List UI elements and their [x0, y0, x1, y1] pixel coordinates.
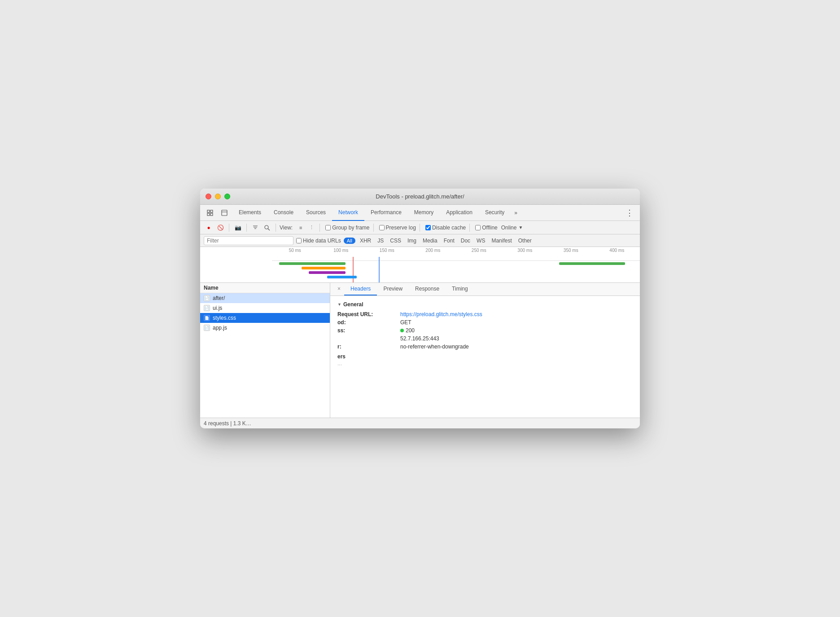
tab-more[interactable]: »: [511, 210, 521, 216]
online-label: Online: [501, 225, 517, 231]
request-url-val: https://preload.glitch.me/styles.css: [400, 311, 482, 317]
detail-panel: × Headers Preview Response Timing Genera…: [330, 283, 640, 418]
svg-rect-3: [210, 213, 213, 216]
minimize-button[interactable]: [215, 194, 221, 199]
filter-font[interactable]: Font: [442, 238, 456, 244]
ruler-150ms: 150 ms: [364, 248, 410, 253]
filter-all[interactable]: All: [344, 238, 355, 244]
tab-security[interactable]: Security: [479, 205, 511, 221]
tab-memory[interactable]: Memory: [408, 205, 440, 221]
tab-network[interactable]: Network: [332, 205, 364, 221]
status-dot: [400, 329, 404, 332]
headers-ellipsis: ···: [337, 361, 633, 368]
close-button[interactable]: [206, 194, 211, 199]
group-by-frame-checkbox[interactable]: [325, 225, 331, 230]
dock-icon[interactable]: [218, 207, 231, 219]
filter-media[interactable]: Media: [421, 238, 439, 244]
file-item-appjs[interactable]: 📄 app.js: [200, 323, 330, 333]
file-item-uijs[interactable]: 📄 ui.js: [200, 303, 330, 313]
view-label: View:: [280, 225, 293, 231]
ruler-400ms: 400 ms: [594, 248, 640, 253]
camera-button[interactable]: 📷: [233, 223, 243, 233]
detail-tab-timing[interactable]: Timing: [446, 283, 474, 295]
referrer-row: r: no-referrer-when-downgrade: [337, 344, 633, 350]
file-icon-after: 📄: [204, 295, 210, 301]
address-key: [337, 335, 400, 342]
status-text: 4 requests | 1.3 K…: [204, 420, 251, 427]
tab-performance[interactable]: Performance: [364, 205, 408, 221]
main-content: Name 📄 after/ 📄 ui.js 📄 styles.css 📄 app…: [200, 283, 640, 418]
toolbar-separator-2: [246, 224, 247, 232]
filter-img[interactable]: Img: [406, 238, 418, 244]
timeline-ruler: 50 ms 100 ms 150 ms 200 ms 250 ms 300 ms…: [200, 247, 640, 253]
view-compact-button[interactable]: ⋮: [307, 223, 316, 232]
ruler-350ms: 350 ms: [548, 248, 594, 253]
preserve-log-checkbox[interactable]: [379, 225, 385, 230]
devtools-tab-bar: Elements Console Sources Network Perform…: [200, 205, 640, 221]
record-button[interactable]: ●: [204, 223, 214, 233]
devtools-menu-button[interactable]: ⋮: [623, 208, 636, 218]
hide-data-urls-checkbox[interactable]: [296, 238, 302, 243]
offline-checkbox-group: Offline: [475, 225, 497, 231]
file-icon-uijs: 📄: [204, 305, 210, 311]
ruler-100ms: 100 ms: [318, 248, 364, 253]
filter-manifest[interactable]: Manifest: [490, 238, 513, 244]
network-toolbar: ● 🚫 📷 View: ≡ ⋮ Group by frame: [200, 221, 640, 234]
detail-tab-response[interactable]: Response: [409, 283, 446, 295]
svg-rect-4: [222, 210, 227, 216]
group-by-frame-checkbox-group: Group by frame: [325, 225, 369, 231]
detail-tab-preview[interactable]: Preview: [377, 283, 409, 295]
method-val: GET: [400, 319, 411, 326]
filter-ws[interactable]: WS: [475, 238, 487, 244]
address-row: 52.7.166.25:443: [337, 335, 633, 342]
svg-line-10: [268, 229, 270, 230]
tab-console[interactable]: Console: [267, 205, 300, 221]
clear-button[interactable]: 🚫: [215, 223, 225, 233]
general-section-header: General: [337, 301, 633, 308]
online-dropdown-icon[interactable]: ▼: [518, 225, 523, 230]
file-name-after: after/: [213, 295, 225, 301]
offline-label: Offline: [482, 225, 497, 231]
detail-tab-headers[interactable]: Headers: [344, 283, 377, 295]
filter-css[interactable]: CSS: [388, 238, 403, 244]
tab-application[interactable]: Application: [440, 205, 479, 221]
toolbar-separator-6: [420, 224, 420, 232]
inspect-icon[interactable]: [204, 207, 216, 219]
svg-point-9: [265, 225, 268, 229]
preserve-log-checkbox-group: Preserve log: [379, 225, 416, 231]
status-row: ss: 200: [337, 327, 633, 334]
file-name-uijs: ui.js: [213, 305, 222, 311]
maximize-button[interactable]: [224, 194, 230, 199]
search-button[interactable]: [262, 223, 272, 233]
filter-xhr[interactable]: XHR: [358, 238, 373, 244]
request-url-row: Request URL: https://preload.glitch.me/s…: [337, 311, 633, 317]
status-bar: 4 requests | 1.3 K…: [200, 418, 640, 428]
filter-bar: Hide data URLs All XHR JS CSS Img Media …: [200, 234, 640, 247]
file-icon-appjs: 📄: [204, 325, 210, 331]
filter-input[interactable]: [204, 236, 293, 245]
tab-elements[interactable]: Elements: [232, 205, 267, 221]
filter-other[interactable]: Other: [516, 238, 534, 244]
file-item-stylescss[interactable]: 📄 styles.css: [200, 313, 330, 323]
detail-content: General Request URL: https://preload.gli…: [330, 296, 640, 418]
tab-sources[interactable]: Sources: [300, 205, 332, 221]
offline-checkbox[interactable]: [475, 225, 481, 230]
filter-js[interactable]: JS: [376, 238, 385, 244]
traffic-lights: [206, 194, 230, 199]
file-item-after[interactable]: 📄 after/: [200, 293, 330, 303]
toolbar-separator-7: [469, 224, 470, 232]
referrer-val: no-referrer-when-downgrade: [400, 344, 469, 350]
file-list: Name 📄 after/ 📄 ui.js 📄 styles.css 📄 app…: [200, 283, 330, 418]
status-val: 200: [400, 327, 415, 334]
ruler-200ms: 200 ms: [410, 248, 456, 253]
toolbar-separator-3: [276, 224, 276, 232]
detail-close-button[interactable]: ×: [334, 283, 344, 295]
view-table-button[interactable]: ≡: [296, 223, 305, 232]
ruler-250ms: 250 ms: [456, 248, 502, 253]
disable-cache-checkbox[interactable]: [425, 225, 431, 230]
svg-rect-1: [207, 213, 210, 216]
file-name-appjs: app.js: [213, 325, 227, 331]
filter-doc[interactable]: Doc: [459, 238, 472, 244]
file-icon-stylescss: 📄: [204, 315, 210, 321]
filter-button[interactable]: [250, 223, 260, 233]
